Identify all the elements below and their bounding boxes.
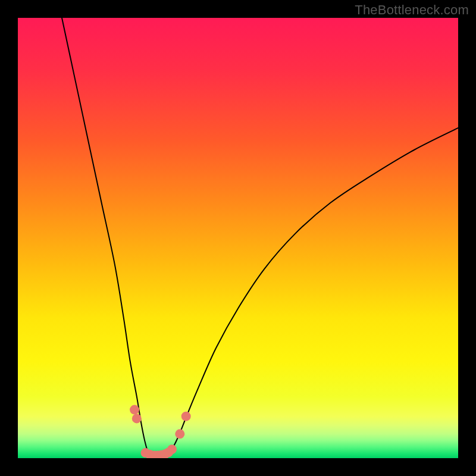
plot-area [18, 18, 458, 458]
chart-svg [18, 18, 458, 458]
watermark-text: TheBottleneck.com [355, 2, 469, 18]
gradient-background [18, 18, 458, 458]
marker-point [167, 444, 177, 454]
chart-frame: TheBottleneck.com [0, 0, 476, 476]
marker-point [175, 429, 184, 439]
marker-point [132, 414, 142, 423]
marker-point [181, 412, 191, 421]
marker-point [130, 405, 139, 415]
